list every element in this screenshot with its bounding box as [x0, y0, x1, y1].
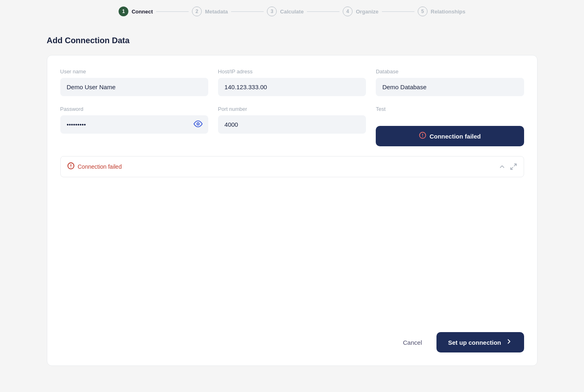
step-4: 4 Organize: [343, 7, 379, 16]
card-footer: Cancel Set up connection: [60, 332, 524, 352]
password-wrapper: [60, 115, 208, 134]
username-group: User name: [60, 68, 208, 96]
form-row-2: Password Port number Test: [60, 106, 524, 146]
test-group: Test Connection failed: [376, 106, 524, 146]
svg-point-0: [197, 123, 199, 125]
step-connector-3: [307, 11, 339, 12]
step-3-circle: 3: [267, 7, 277, 16]
step-1-label: Connect: [132, 9, 153, 15]
form-row-1: User name Host/IP adress Database: [60, 68, 524, 96]
main-content: Add Connection Data User name Host/IP ad…: [27, 23, 557, 379]
step-5-circle: 5: [418, 7, 428, 16]
step-4-label: Organize: [356, 9, 379, 15]
test-button-label: Connection failed: [430, 133, 481, 140]
step-3: 3 Calculate: [267, 7, 304, 16]
step-2: 2 Metadata: [192, 7, 228, 16]
step-3-label: Calculate: [280, 9, 304, 15]
host-label: Host/IP adress: [218, 68, 366, 75]
password-input[interactable]: [60, 115, 208, 134]
error-message: Connection failed: [78, 163, 122, 170]
host-input[interactable]: [218, 78, 366, 96]
step-4-circle: 4: [343, 7, 353, 16]
test-connection-button[interactable]: Connection failed: [376, 126, 524, 146]
username-label: User name: [60, 68, 208, 75]
port-group: Port number: [218, 106, 366, 146]
chevron-right-icon: [505, 338, 513, 347]
step-connector-2: [231, 11, 264, 12]
step-5-label: Relationships: [431, 9, 465, 15]
banner-actions: [498, 163, 517, 170]
error-icon: [67, 162, 75, 171]
collapse-banner-button[interactable]: [498, 163, 506, 170]
expand-banner-button[interactable]: [510, 163, 517, 170]
database-label: Database: [376, 68, 524, 75]
port-input[interactable]: [218, 115, 366, 134]
password-label: Password: [60, 106, 208, 112]
form-card: User name Host/IP adress Database Passwo…: [47, 55, 538, 366]
svg-line-7: [514, 164, 516, 166]
setup-button-label: Set up connection: [448, 339, 501, 346]
page-title: Add Connection Data: [47, 36, 538, 45]
test-label: Test: [376, 106, 524, 112]
step-1: 1 Connect: [119, 7, 153, 16]
step-connector-1: [156, 11, 189, 12]
error-banner: Connection failed: [60, 156, 524, 177]
alert-circle-icon: [419, 132, 426, 141]
setup-connection-button[interactable]: Set up connection: [436, 332, 524, 352]
error-banner-content: Connection failed: [67, 162, 122, 171]
stepper: 1 Connect 2 Metadata 3 Calculate 4 Organ…: [0, 0, 584, 23]
database-group: Database: [376, 68, 524, 96]
step-2-circle: 2: [192, 7, 202, 16]
password-group: Password: [60, 106, 208, 146]
host-group: Host/IP adress: [218, 68, 366, 96]
username-input[interactable]: [60, 78, 208, 96]
step-2-label: Metadata: [205, 9, 228, 15]
step-connector-4: [382, 11, 414, 12]
database-input[interactable]: [376, 78, 524, 96]
toggle-password-icon[interactable]: [194, 119, 203, 130]
cancel-button[interactable]: Cancel: [395, 335, 430, 350]
port-label: Port number: [218, 106, 366, 112]
step-5: 5 Relationships: [418, 7, 465, 16]
svg-line-8: [511, 167, 513, 170]
step-1-circle: 1: [119, 7, 128, 16]
